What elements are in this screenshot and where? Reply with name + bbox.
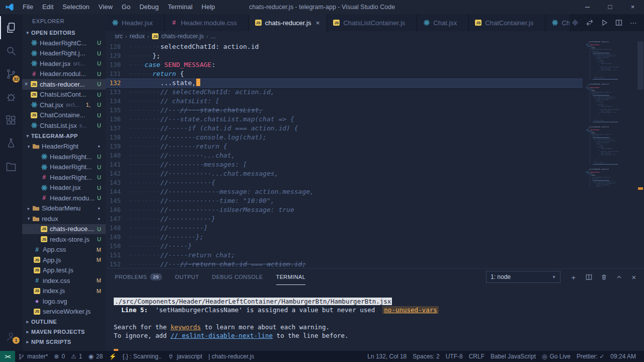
open-editors-header[interactable]: ▾ OPEN EDITORS <box>22 27 106 38</box>
activity-project[interactable] <box>0 155 22 178</box>
activity-test[interactable] <box>0 132 22 155</box>
close-icon[interactable]: × <box>22 81 30 88</box>
terminal-link[interactable]: no-unused-vars <box>382 306 438 314</box>
activity-search[interactable] <box>0 39 22 62</box>
tree-folder[interactable]: ▾redux● <box>22 213 106 224</box>
scrollbar-slider[interactable] <box>637 41 643 90</box>
warnings[interactable]: ⚠1 <box>68 351 85 362</box>
code-line[interactable]: 147········//···········} <box>106 214 583 224</box>
menu-debug[interactable]: Debug <box>135 0 163 14</box>
panel-tab-terminal[interactable]: TERMINAL <box>276 269 306 285</box>
panel-tab-debug-console[interactable]: DEBUG CONSOLE <box>212 269 263 285</box>
code-line[interactable]: 129······}; <box>106 51 583 60</box>
activity-explorer[interactable] <box>0 16 22 39</box>
open-editor-item[interactable]: JSChatsListCont...U <box>22 90 106 100</box>
breadcrumb-item[interactable]: ... <box>211 33 216 40</box>
indentation[interactable]: Spaces: 2 <box>410 351 442 362</box>
activity-debug[interactable] <box>0 86 22 109</box>
open-editor-item[interactable]: HeaderRightC...U <box>22 38 106 48</box>
tree-item[interactable]: JSApp.test.js <box>22 265 106 276</box>
tree-item[interactable]: Header.jsxU <box>22 183 106 193</box>
panel-tab-output[interactable]: OUTPUT <box>175 269 199 285</box>
tab-ChatContainer-js[interactable]: JSChatContainer.js <box>469 14 545 31</box>
code-line[interactable]: 130····case SEND_MESSAGE: <box>106 60 583 69</box>
action-run[interactable] <box>599 17 610 28</box>
encoding[interactable]: UTF-8 <box>443 351 466 362</box>
open-editor-item[interactable]: ChatsList.jsxs...U <box>22 120 106 131</box>
tree-item[interactable]: ◆logo.svg <box>22 296 106 307</box>
language-mode[interactable]: Babel JavaScript <box>488 351 539 362</box>
errors[interactable]: ⊗0 <box>51 351 68 362</box>
code-line[interactable]: 138········//·······console.log(chat); <box>106 133 583 142</box>
code-line[interactable]: 150········//·····} <box>106 242 583 251</box>
clock[interactable]: 09:24 AM <box>607 351 639 362</box>
tab-Header-jsx[interactable]: Header.jsx <box>106 14 165 31</box>
section-outline[interactable]: ▸OUTLINE <box>22 317 106 327</box>
minimap[interactable]: ········selectedChatId: action.id······}… <box>583 41 637 268</box>
code-line[interactable]: 135········//···//···state.chatsList, <box>106 106 583 115</box>
terminal-link[interactable]: keywords <box>171 323 201 331</box>
javascript-status[interactable]: javascript <box>165 351 205 362</box>
tree-item[interactable]: HeaderRight...U <box>22 152 106 162</box>
tab-chats-reducer-js[interactable]: JSchats-reducer.js× <box>249 14 328 31</box>
code-line[interactable]: 142········//···········...chat.messages… <box>106 169 583 178</box>
tree-folder[interactable]: ▸SidebarMenu● <box>22 203 106 214</box>
section-npm-scripts[interactable]: ▸NPM SCRIPTS <box>22 337 106 347</box>
tree-item[interactable]: JSredux-store.jsU <box>22 234 106 245</box>
menu-help[interactable]: Help <box>197 0 220 14</box>
maximize-button[interactable]: □ <box>599 0 621 14</box>
eol[interactable]: CRLF <box>466 351 488 362</box>
code-line[interactable]: 133········// selectedChatId: action.id, <box>106 88 583 97</box>
code-line[interactable]: 141········//·········messages: [ <box>106 160 583 169</box>
code-line[interactable]: 132········...state, <box>106 79 583 88</box>
code-line[interactable]: 152········//···//·return chat.id === ac… <box>106 260 583 268</box>
code-line[interactable]: 149········//·······}; <box>106 233 583 242</box>
section-maven-projects[interactable]: ▸MAVEN PROJECTS <box>22 327 106 337</box>
action-compare[interactable] <box>584 17 595 28</box>
git-branch[interactable]: master* <box>15 351 51 362</box>
tree-item[interactable]: #HeaderRight...U <box>22 172 106 183</box>
terminal-picker[interactable]: 1: node ▼ <box>486 271 560 283</box>
terminal-output[interactable]: ./src/Components/Header/HeaderLeftContai… <box>106 285 644 351</box>
code-line[interactable]: 145········//·············time: "10:00", <box>106 196 583 205</box>
open-editor-item[interactable]: Header.jsxsrc...U <box>22 58 106 69</box>
active-file[interactable]: | chats-reducer.js <box>205 351 257 362</box>
code-line[interactable]: 134········// chatsList: [ <box>106 97 583 106</box>
tree-item[interactable]: JSchats-reducer.jsU <box>22 224 106 235</box>
breadcrumb-item[interactable]: JSchats-reducer.js <box>151 33 204 40</box>
import-cost[interactable]: {.} : Scanning.. <box>119 351 165 362</box>
panel-close-panel[interactable]: × <box>629 272 639 282</box>
action-diamond[interactable] <box>570 17 581 28</box>
tree-item[interactable]: #index.cssM <box>22 275 106 286</box>
tree-item[interactable]: JSApp.jsM <box>22 255 106 265</box>
go-live[interactable]: ◎Go Live <box>539 351 574 362</box>
menu-selection[interactable]: Selection <box>58 0 94 14</box>
activity-extensions[interactable] <box>0 109 22 132</box>
code-line[interactable]: 139········//·······return { <box>106 142 583 151</box>
action-more[interactable]: ⋯ <box>628 17 639 28</box>
panel-kill-terminal[interactable] <box>599 272 609 282</box>
code-line[interactable]: 146········//·············isUserMessage:… <box>106 205 583 214</box>
close-button[interactable]: × <box>621 0 644 14</box>
remote-indicator[interactable]: >< <box>0 351 15 362</box>
open-editor-item[interactable]: JSChatContaine...U <box>22 110 106 121</box>
minimize-button[interactable]: ─ <box>576 0 599 14</box>
panel-new-terminal[interactable]: + <box>569 272 579 282</box>
lightning[interactable]: ⚡ <box>106 351 119 362</box>
code-line[interactable]: 148········//·········] <box>106 224 583 233</box>
tab-ChatsListContainer-js[interactable]: JSChatsListContainer.js <box>327 14 417 31</box>
code-line[interactable]: 136········//···state.chatsList.map(chat… <box>106 115 583 124</box>
open-editor-item[interactable]: HeaderRight.j...U <box>22 48 106 59</box>
action-split-editor[interactable] <box>613 17 624 28</box>
open-editor-item[interactable]: #Header.modul...U <box>22 69 106 80</box>
tab-ChatsList-jsx[interactable]: ChatsList.jsx <box>545 14 570 31</box>
code-line[interactable]: 137········//·····if (chat.id === action… <box>106 124 583 133</box>
tree-item[interactable]: #Header.modu...U <box>22 193 106 203</box>
menu-view[interactable]: View <box>94 0 117 14</box>
code-line[interactable]: 128········selectedChatId: action.id <box>106 42 583 51</box>
tree-item[interactable]: HeaderRight...U <box>22 162 106 173</box>
panel-maximize-panel[interactable] <box>614 272 624 282</box>
problem-count[interactable]: ◉28 <box>86 351 106 362</box>
code-line[interactable]: 144········//·············message: actio… <box>106 187 583 196</box>
code-line[interactable]: 143········//···········{ <box>106 178 583 187</box>
